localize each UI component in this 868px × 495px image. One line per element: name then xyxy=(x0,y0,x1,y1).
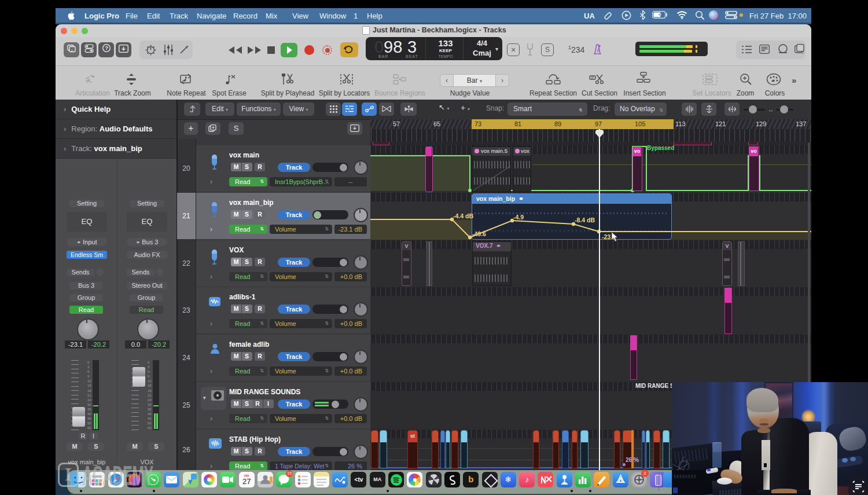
svg-text:?: ? xyxy=(105,45,108,51)
svg-text:♪: ♪ xyxy=(71,48,73,52)
svg-text:♪: ♪ xyxy=(801,49,804,54)
